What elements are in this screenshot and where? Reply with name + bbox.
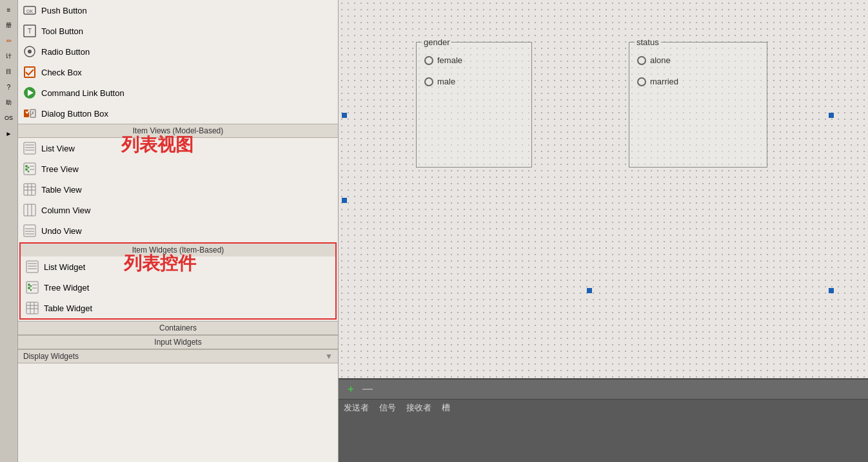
toolbar-icon-menu[interactable]: ≡ <box>2 3 16 17</box>
gender-groupbox: gender female male <box>416 42 532 168</box>
list-view-icon <box>23 142 36 155</box>
widget-item-list-view[interactable]: List View 列表视图 <box>18 138 338 159</box>
column-view-icon <box>23 204 36 217</box>
command-link-label: Command Link Button <box>41 88 124 98</box>
toolbar-icon-help[interactable]: ? <box>2 80 16 94</box>
svg-point-44 <box>30 285 32 287</box>
widget-item-tree-widget[interactable]: Tree Widget <box>21 277 335 298</box>
bottom-toolbar: + — <box>339 380 868 399</box>
list-view-label: List View <box>41 144 75 153</box>
column-view-label: Column View <box>41 206 90 215</box>
item-widgets-section: Item Widgets (Item-Based) List Widget 列表… <box>19 242 337 320</box>
widget-item-dialog-button-box[interactable]: ✗ Dialog Button Box <box>18 103 338 124</box>
section-header-containers: Containers <box>18 321 338 335</box>
dialog-button-box-label: Dialog Button Box <box>41 109 108 119</box>
widget-item-command-link[interactable]: Command Link Button <box>18 82 338 103</box>
toolbar-icon-pen[interactable]: ✏ <box>2 34 16 48</box>
push-button-icon: OK <box>23 4 36 17</box>
radio-married[interactable]: married <box>637 77 759 86</box>
widget-item-table-view[interactable]: Table View <box>18 179 338 200</box>
radio-female-label: female <box>437 55 462 65</box>
toolbar-icon-book[interactable]: 册 <box>2 18 16 32</box>
radio-button-icon <box>23 45 36 58</box>
svg-rect-48 <box>26 302 38 314</box>
widget-item-check-box[interactable]: Check Box <box>18 62 338 82</box>
handle-mid-left[interactable] <box>342 198 347 203</box>
toolbar-icon-design[interactable]: 计 <box>2 49 16 63</box>
svg-point-20 <box>25 168 28 171</box>
bottom-tabs: 发送者 信号 接收者 槽 <box>339 399 868 416</box>
list-widget-icon <box>26 260 39 273</box>
widget-item-list-widget[interactable]: List Widget 列表控件 <box>21 256 335 277</box>
radio-alone-circle <box>637 56 646 65</box>
svg-point-45 <box>30 289 32 291</box>
widget-panel: OK Push Button T Tool Button Radio Butto… <box>18 0 339 462</box>
check-box-icon <box>23 66 36 79</box>
svg-point-43 <box>28 287 30 289</box>
tab-slot[interactable]: 槽 <box>442 402 450 414</box>
radio-married-circle <box>637 77 646 86</box>
tree-widget-label: Tree Widget <box>44 283 89 293</box>
table-widget-icon <box>26 302 39 314</box>
radio-male-label: male <box>437 77 455 86</box>
radio-male-circle <box>424 77 433 86</box>
handle-top-right[interactable] <box>829 113 834 118</box>
svg-rect-37 <box>26 261 38 273</box>
widget-item-tree-view[interactable]: Tree View <box>18 159 338 179</box>
push-button-label: Push Button <box>41 6 87 15</box>
widget-item-push-button[interactable]: OK Push Button <box>18 0 338 21</box>
bottom-panel: + — 发送者 信号 接收者 槽 <box>339 378 868 462</box>
radio-alone[interactable]: alone <box>637 55 759 65</box>
main-area: gender female male status alone <box>339 0 868 462</box>
svg-rect-14 <box>24 142 35 154</box>
toolbar-icon-assist[interactable]: 助 <box>2 95 16 110</box>
status-group-title: status <box>635 37 661 47</box>
tab-signal[interactable]: 信号 <box>379 402 396 414</box>
left-toolbar: ≡ 册 ✏ 计 目 ? 助 OS ► <box>0 0 18 462</box>
radio-alone-label: alone <box>650 55 671 65</box>
handle-top-left[interactable] <box>342 113 347 118</box>
svg-point-42 <box>28 284 30 286</box>
remove-button[interactable]: — <box>360 382 375 396</box>
gender-group-title: gender <box>422 37 451 47</box>
widget-item-table-widget[interactable]: Table Widget <box>21 298 335 318</box>
add-button[interactable]: + <box>344 382 358 396</box>
radio-male[interactable]: male <box>424 77 524 86</box>
command-link-icon <box>23 86 36 99</box>
svg-point-19 <box>25 165 28 168</box>
tool-button-label: Tool Button <box>41 26 83 36</box>
list-widget-label: List Widget <box>44 262 85 272</box>
widget-item-undo-view[interactable]: Undo View <box>18 220 338 241</box>
table-view-label: Table View <box>41 185 82 195</box>
tab-sender[interactable]: 发送者 <box>344 402 369 414</box>
widget-item-tool-button[interactable]: T Tool Button <box>18 21 338 41</box>
svg-rect-25 <box>24 184 35 195</box>
tree-view-label: Tree View <box>41 164 79 174</box>
dialog-button-box-icon: ✗ <box>23 107 36 120</box>
section-header-display-widgets: Display Widgets ▼ <box>18 349 338 363</box>
radio-married-label: married <box>650 77 678 86</box>
undo-view-label: Undo View <box>41 226 82 236</box>
handle-bottom-right[interactable] <box>829 288 834 293</box>
radio-female[interactable]: female <box>424 55 524 65</box>
section-header-input-widgets: Input Widgets <box>18 335 338 349</box>
tool-button-icon: T <box>23 24 36 37</box>
tree-widget-icon <box>26 281 39 294</box>
toolbar-icon-run[interactable]: ► <box>2 126 16 140</box>
svg-point-5 <box>28 50 32 53</box>
toolbar-icon-os[interactable]: OS <box>2 111 16 125</box>
widget-item-radio-button[interactable]: Radio Button <box>18 41 338 62</box>
svg-rect-33 <box>24 225 35 236</box>
canvas-area[interactable]: gender female male status alone <box>339 0 868 378</box>
svg-text:✗: ✗ <box>30 110 35 117</box>
toolbar-icon-list[interactable]: 目 <box>2 64 16 79</box>
undo-view-icon <box>23 224 36 237</box>
status-groupbox: status alone married <box>629 42 767 168</box>
widget-item-column-view[interactable]: Column View <box>18 200 338 220</box>
handle-bottom-mid[interactable] <box>587 288 592 293</box>
svg-rect-30 <box>24 204 35 216</box>
section-header-item-views: Item Views (Model-Based) <box>18 124 338 138</box>
table-view-icon <box>23 183 36 196</box>
tab-receiver[interactable]: 接收者 <box>406 402 431 414</box>
svg-text:T: T <box>28 28 32 35</box>
